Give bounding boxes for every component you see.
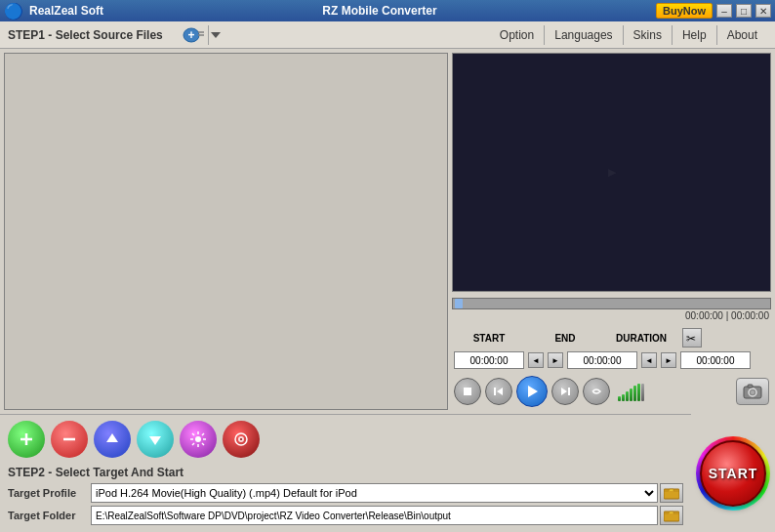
svg-point-12: [751, 390, 755, 394]
vol-bar-1: [618, 396, 621, 401]
svg-line-27: [202, 433, 204, 435]
svg-line-24: [192, 433, 194, 435]
add-files-icon: +: [183, 26, 204, 44]
prev-button[interactable]: [485, 378, 512, 405]
trim-controls: START END DURATION ✂ ◄ ► ◄ ►: [452, 326, 771, 371]
svg-marker-17: [106, 433, 118, 442]
step1-text: STEP1 - Select Source Files: [8, 28, 163, 42]
target-button[interactable]: [223, 421, 260, 458]
video-preview: ▶: [452, 53, 771, 292]
step1-bar: STEP1 - Select Source Files + Op: [0, 21, 775, 49]
play-button[interactable]: [516, 376, 548, 407]
folder2-icon: [664, 509, 679, 522]
profile-folder-button[interactable]: [660, 483, 683, 503]
bottom-section: STEP2 - Select Target And Start Target P…: [0, 414, 775, 532]
dropdown-arrow-icon: [211, 30, 221, 40]
file-list-panel: [4, 53, 448, 410]
menu-option[interactable]: Option: [490, 25, 545, 45]
close-button[interactable]: ✕: [755, 4, 771, 18]
arrow-down-icon: [146, 430, 164, 448]
start-label: START: [454, 333, 524, 344]
duration-time-input[interactable]: [680, 351, 751, 369]
add-files-button[interactable]: +: [179, 25, 208, 45]
step1-label: STEP1 - Select Source Files +: [8, 25, 490, 45]
seek-handle: [455, 299, 463, 308]
next-icon: [559, 386, 571, 397]
action-buttons: [0, 414, 691, 464]
menu-about[interactable]: About: [717, 25, 767, 45]
ab-button[interactable]: [583, 378, 610, 405]
menu-skins[interactable]: Skins: [624, 25, 673, 45]
start-prev-button[interactable]: ◄: [528, 352, 544, 368]
menu-help[interactable]: Help: [673, 25, 717, 45]
prev-icon: [493, 386, 505, 397]
end-next-button[interactable]: ►: [661, 352, 676, 368]
svg-point-30: [240, 438, 242, 440]
preview-empty: ▶: [608, 166, 616, 179]
ab-icon: [591, 386, 602, 397]
vol-bar-3: [626, 391, 629, 401]
play-icon: [525, 385, 539, 398]
volume-control[interactable]: [614, 382, 648, 401]
end-time-input[interactable]: [567, 351, 637, 369]
vol-bar-2: [622, 394, 625, 401]
time-display: 00:00:00 | 00:00:00: [452, 309, 771, 322]
maximize-button[interactable]: □: [736, 4, 752, 18]
svg-line-25: [202, 443, 204, 445]
menu-languages[interactable]: Languages: [545, 25, 623, 45]
add-button[interactable]: [8, 421, 45, 458]
svg-text:+: +: [187, 28, 194, 42]
move-down-button[interactable]: [137, 421, 174, 458]
playback-controls: [452, 373, 771, 410]
vol-bar-6: [637, 384, 640, 401]
bottom-left: STEP2 - Select Target And Start Target P…: [0, 414, 691, 532]
svg-rect-13: [748, 385, 753, 388]
dropdown-button[interactable]: [208, 25, 224, 45]
folder-icon: [664, 486, 679, 500]
stop-icon: [462, 386, 473, 397]
duration-label: DURATION: [606, 333, 676, 344]
settings-button[interactable]: [180, 421, 217, 458]
svg-marker-5: [497, 388, 503, 395]
brand-label: RealZeal Soft: [29, 4, 103, 18]
move-up-button[interactable]: [94, 421, 131, 458]
end-label: END: [530, 333, 600, 344]
stop-button[interactable]: [454, 378, 481, 405]
svg-marker-18: [149, 436, 161, 445]
menu-bar: Option Languages Skins Help About: [490, 25, 767, 45]
svg-rect-4: [464, 388, 471, 395]
remove-button[interactable]: [51, 421, 88, 458]
main-container: STEP1 - Select Source Files + Op: [0, 21, 775, 532]
start-label: START: [709, 466, 758, 481]
seek-bar[interactable]: [452, 298, 771, 309]
title-brand: 🔵 RealZeal Soft: [4, 2, 103, 20]
target-profile-row: Target Profile iPod H.264 Movie(High Qua…: [8, 483, 683, 503]
start-time-input[interactable]: [454, 351, 524, 369]
target-folder-label: Target Folder: [8, 510, 91, 521]
vol-bar-7: [641, 384, 644, 401]
cut-icon: ✂: [684, 330, 700, 346]
screenshot-button[interactable]: [736, 378, 769, 405]
end-prev-button[interactable]: ◄: [641, 352, 657, 368]
playback-buttons: [454, 376, 648, 407]
vol-bar-5: [633, 386, 636, 401]
app-title: RZ Mobile Converter: [322, 4, 436, 18]
camera-icon: [743, 384, 762, 399]
target-folder-input[interactable]: [91, 506, 658, 525]
buynow-button[interactable]: BuyNow: [656, 3, 713, 19]
start-next-button[interactable]: ►: [548, 352, 563, 368]
remove-icon: [61, 430, 78, 448]
minimize-button[interactable]: –: [716, 4, 732, 18]
cut-button[interactable]: ✂: [682, 328, 702, 348]
target-folder-button[interactable]: [660, 506, 683, 525]
vol-bar-4: [630, 389, 632, 401]
svg-marker-7: [528, 386, 538, 397]
svg-rect-9: [568, 388, 570, 395]
next-button[interactable]: [551, 378, 579, 405]
target-profile-select[interactable]: iPod H.264 Movie(High Quality) (.mp4) De…: [91, 483, 658, 503]
svg-marker-8: [561, 388, 567, 395]
target-profile-label: Target Profile: [8, 487, 91, 499]
settings-icon: [189, 430, 207, 448]
svg-rect-6: [494, 388, 496, 395]
start-button[interactable]: START: [700, 440, 766, 507]
